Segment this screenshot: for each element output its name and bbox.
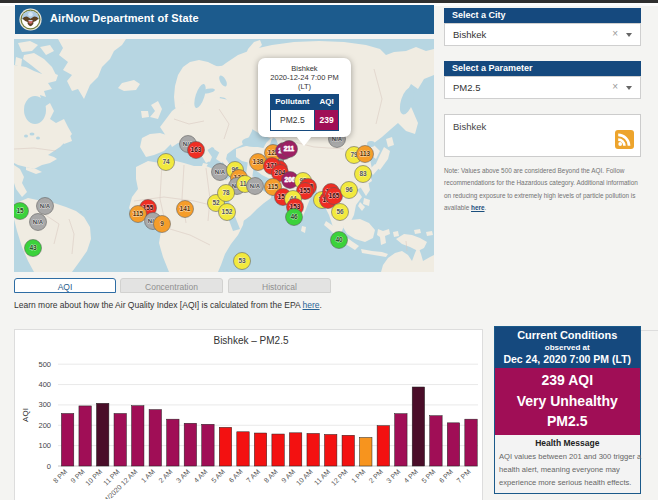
svg-text:2 AM: 2 AM	[157, 468, 173, 484]
svg-text:8 AM: 8 AM	[263, 468, 279, 484]
svg-text:7 AM: 7 AM	[245, 468, 261, 484]
svg-text:N/A: N/A	[250, 183, 261, 189]
svg-text:3 AM: 3 AM	[175, 468, 191, 484]
svg-text:4 AM: 4 AM	[192, 468, 208, 484]
svg-text:113: 113	[360, 150, 371, 157]
svg-text:9: 9	[160, 220, 164, 227]
svg-text:15: 15	[16, 207, 24, 214]
svg-text:N/A: N/A	[40, 203, 51, 209]
svg-text:163: 163	[191, 146, 202, 153]
svg-text:43: 43	[29, 244, 37, 251]
svg-text:46: 46	[290, 213, 298, 220]
svg-text:74: 74	[162, 158, 170, 165]
svg-text:40: 40	[335, 236, 343, 243]
svg-text:141: 141	[180, 205, 191, 212]
svg-text:6 PM: 6 PM	[438, 468, 455, 485]
svg-text:200: 200	[38, 421, 51, 430]
svg-text:2 PM: 2 PM	[368, 468, 385, 485]
svg-text:56: 56	[336, 208, 344, 215]
svg-text:78: 78	[222, 189, 230, 196]
svg-text:7 PM: 7 PM	[455, 468, 472, 485]
svg-text:96: 96	[345, 186, 353, 193]
svg-text:211: 211	[284, 145, 295, 152]
svg-text:155: 155	[300, 187, 311, 194]
svg-text:6 AM: 6 AM	[227, 468, 243, 484]
svg-text:N/A: N/A	[215, 169, 226, 175]
svg-text:12 PM: 12 PM	[330, 468, 349, 487]
svg-text:AQI: AQI	[21, 408, 30, 422]
svg-text:10 PM: 10 PM	[84, 468, 103, 487]
svg-text:83: 83	[359, 170, 367, 177]
svg-text:1 PM: 1 PM	[350, 468, 367, 485]
svg-text:100: 100	[38, 441, 51, 450]
svg-text:5 PM: 5 PM	[420, 468, 437, 485]
svg-text:5 AM: 5 AM	[210, 468, 226, 484]
svg-text:115: 115	[133, 210, 144, 217]
svg-text:300: 300	[38, 400, 51, 409]
svg-text:152: 152	[222, 208, 233, 215]
svg-text:N/A: N/A	[33, 219, 44, 225]
svg-text:Bishkek – PM2.5: Bishkek – PM2.5	[213, 335, 288, 346]
svg-text:53: 53	[238, 257, 246, 264]
svg-text:165: 165	[329, 192, 340, 199]
svg-text:N/A: N/A	[332, 136, 343, 142]
svg-text:3 PM: 3 PM	[385, 468, 402, 485]
svg-text:400: 400	[38, 380, 51, 389]
svg-text:115: 115	[268, 183, 279, 190]
svg-text:500: 500	[38, 360, 51, 369]
svg-text:11 AM: 11 AM	[313, 468, 332, 487]
svg-text:138: 138	[253, 158, 264, 165]
svg-text:1 AM: 1 AM	[140, 468, 156, 484]
svg-text:8 PM: 8 PM	[52, 468, 69, 485]
svg-text:52: 52	[212, 199, 220, 206]
svg-text:4 PM: 4 PM	[403, 468, 420, 485]
svg-text:0: 0	[47, 462, 51, 471]
svg-text:10 AM: 10 AM	[295, 468, 314, 487]
